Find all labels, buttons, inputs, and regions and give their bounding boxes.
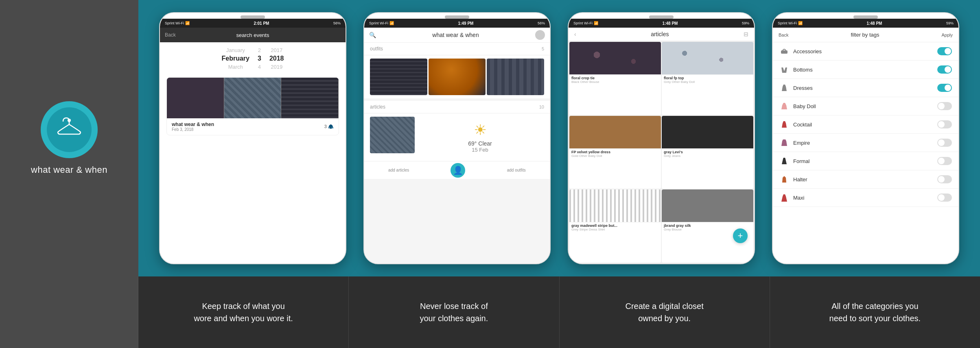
tag-item-bottoms[interactable]: Bottoms (773, 61, 958, 79)
tag-left-halter: Halter (779, 174, 807, 184)
outfits-section-header: outfits 5 (364, 43, 550, 55)
articles-fab-button[interactable]: + (733, 228, 748, 243)
article-sub-1: Grey Other Baby Doll (664, 80, 751, 84)
tag-item-dresses[interactable]: Dresses (773, 79, 958, 97)
tag-item-formal[interactable]: Formal (773, 152, 958, 170)
tag-item-cocktail[interactable]: Cocktail (773, 115, 958, 134)
caption-text-1: Keep track of what youwore and when you … (194, 300, 293, 324)
tag-name-dresses: Dresses (793, 85, 813, 91)
article-card-4[interactable]: gray madewell stripe but... Grey Stripe … (569, 189, 661, 263)
filter-icon[interactable]: ⊟ (744, 31, 748, 37)
phone-notch-2 (445, 15, 469, 19)
status-bar-1: Sprint Wi-Fi 📶 2:01 PM 56% (160, 19, 346, 28)
event-count: 3 🧥 (324, 124, 334, 129)
nav-title-1: search events (236, 32, 269, 38)
event-card[interactable]: what wear & when Feb 3, 2018 3 🧥 (166, 77, 339, 135)
year-column: 2017 2018 2019 (269, 47, 284, 70)
article-sub-2: Gold Other Baby Doll (571, 154, 659, 158)
toggle-formal[interactable] (937, 157, 952, 165)
article-name-4: gray madewell stripe but... (571, 224, 659, 228)
user-avatar[interactable] (535, 30, 545, 40)
time-4: 1:48 PM (867, 21, 882, 26)
main-search-bar[interactable]: 🔍 what wear & when (364, 28, 550, 43)
tag-name-formal: Formal (793, 158, 809, 164)
status-bar-3: Sprint Wi-Fi 📶 1:48 PM 59% (569, 19, 754, 28)
back-chevron-3[interactable]: ‹ (574, 31, 576, 37)
article-info-4: gray madewell stripe but... Grey Stripe … (569, 222, 661, 233)
fab-button[interactable]: 👤 (451, 163, 465, 178)
filter-apply-button[interactable]: Apply (941, 33, 953, 37)
event-photo-strip (167, 78, 339, 118)
tag-item-baby-doll[interactable]: Baby Doll (773, 97, 958, 115)
article-img-2 (569, 116, 661, 148)
article-info-1: floral fp top Grey Other Baby Doll (662, 74, 753, 85)
back-button-1[interactable]: Back (165, 32, 176, 38)
wifi-icon-2: 📶 (389, 21, 394, 25)
month-feb: February (222, 55, 249, 62)
tag-left-empire: Empire (779, 138, 810, 148)
article-thumb-main[interactable] (370, 117, 415, 153)
status-right-4: 59% (946, 21, 954, 25)
article-info-3: gray Levi's Grey Jeans (662, 148, 753, 159)
tag-item-maxi[interactable]: Maxi (773, 189, 958, 207)
phone-filter-tags: Sprint Wi-Fi 📶 1:48 PM 59% Back filter b… (772, 12, 959, 264)
article-card-3[interactable]: gray Levi's Grey Jeans (662, 116, 753, 189)
halter-icon (779, 174, 789, 184)
article-card-2[interactable]: FP velvet yellow dress Gold Other Baby D… (569, 116, 661, 189)
event-photo-1 (167, 78, 224, 118)
phone-articles: Sprint Wi-Fi 📶 1:48 PM 59% ‹ articles ⊟ (568, 12, 755, 264)
toggle-halter[interactable] (937, 175, 952, 183)
article-card-5[interactable]: jbrand gray silk Grey Blouse (662, 189, 753, 263)
toggle-baby-doll[interactable] (937, 102, 952, 110)
toggle-empire[interactable] (937, 139, 952, 147)
article-card-1[interactable]: floral fp top Grey Other Baby Doll (662, 42, 753, 115)
tag-left-formal: Formal (779, 156, 809, 166)
status-bar-4: Sprint Wi-Fi 📶 1:48 PM 59% (773, 19, 958, 28)
articles-count: 10 (539, 104, 544, 109)
outfit-thumb-3[interactable] (487, 59, 544, 95)
search-icon[interactable]: 🔍 (369, 32, 376, 38)
filter-title: filter by tags (851, 32, 879, 38)
month-mar: March (228, 64, 243, 70)
filter-back-button[interactable]: Back (779, 33, 788, 37)
formal-icon (779, 156, 789, 166)
tag-left-baby-doll: Baby Doll (779, 101, 816, 111)
weather-sun-icon: ☀ (474, 122, 487, 139)
phone1-content: January February March 2 3 4 2017 2018 2… (160, 42, 346, 263)
toggle-cocktail[interactable] (937, 120, 952, 128)
tag-item-empire[interactable]: Empire (773, 134, 958, 152)
outfits-count: 5 (542, 46, 544, 51)
day-3: 3 (258, 55, 261, 62)
tag-item-halter[interactable]: Halter (773, 170, 958, 189)
article-img-5 (662, 189, 753, 222)
articles-grid: ☀ 69° Clear 15 Feb (364, 113, 550, 161)
article-card-0[interactable]: floral crop tie Black Other Blouse (569, 42, 661, 115)
outfit-thumb-1[interactable] (370, 59, 427, 95)
hanger-icon (55, 115, 83, 144)
svg-rect-1 (781, 50, 788, 54)
tag-left-accessories: Accessories (779, 46, 822, 56)
tag-item-accessories[interactable]: Accessories (773, 42, 958, 61)
article-name-3: gray Levi's (664, 150, 751, 154)
articles-section-header: articles 10 (364, 101, 550, 113)
toggle-dresses[interactable] (937, 84, 952, 92)
date-picker[interactable]: January February March 2 3 4 2017 2018 2… (160, 42, 346, 73)
wifi-icon-1: 📶 (185, 21, 190, 25)
add-articles-button[interactable]: add articles (388, 168, 409, 172)
article-img-4 (569, 189, 661, 222)
phone2-content: outfits 5 articles 10 (364, 43, 550, 263)
article-name-5: jbrand gray silk (664, 224, 751, 228)
outfit-thumb-2[interactable] (429, 59, 486, 95)
time-1: 2:01 PM (254, 21, 269, 26)
tag-name-bottoms: Bottoms (793, 67, 813, 73)
toggle-accessories[interactable] (937, 47, 952, 55)
toggle-bottoms[interactable] (937, 65, 952, 74)
month-column: January February March (222, 47, 249, 70)
toggle-maxi[interactable] (937, 194, 952, 202)
add-outfits-button[interactable]: add outfits (507, 168, 526, 172)
tag-name-cocktail: Cocktail (793, 122, 812, 128)
carrier-1: Sprint Wi-Fi (165, 21, 184, 25)
status-right-2: 56% (538, 21, 545, 25)
weather-temp: 69° Clear (468, 140, 492, 147)
carrier-3: Sprint Wi-Fi (573, 21, 593, 25)
